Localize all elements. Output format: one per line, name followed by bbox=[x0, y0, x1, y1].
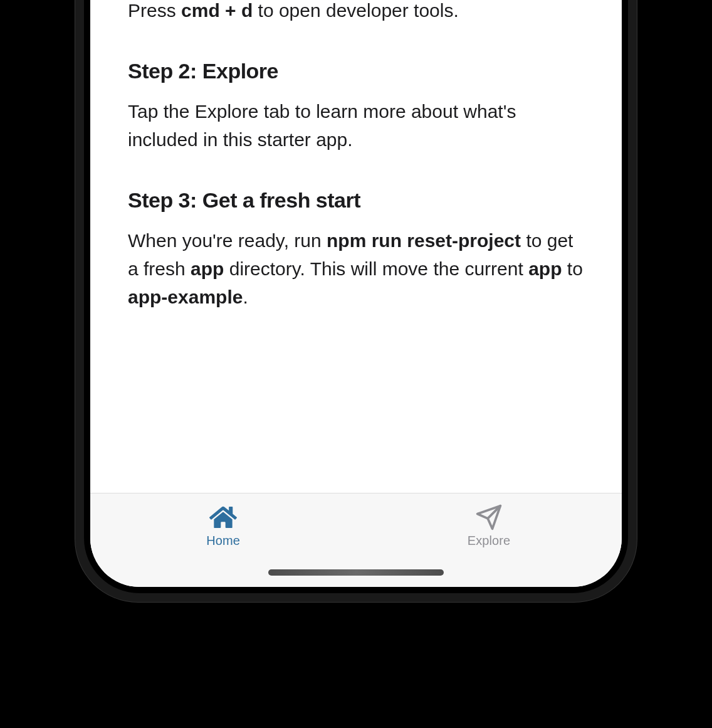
step1-body-prefix: Press bbox=[128, 0, 181, 21]
content-area[interactable]: Press cmd + d to open developer tools. S… bbox=[90, 0, 622, 493]
step3-bold3: app bbox=[528, 258, 562, 279]
tab-home-label: Home bbox=[206, 534, 240, 548]
step3-bold4: app-example bbox=[128, 287, 243, 307]
tab-home[interactable]: Home bbox=[90, 500, 356, 552]
step2-heading: Step 2: Explore bbox=[128, 59, 584, 83]
step3-bold1: npm run reset-project bbox=[327, 230, 521, 251]
step3-seg1: When you're ready, run bbox=[128, 230, 327, 251]
step3-body: When you're ready, run npm run reset-pro… bbox=[128, 226, 584, 311]
step3-bold2: app bbox=[191, 258, 224, 279]
tab-explore-label: Explore bbox=[468, 534, 511, 548]
step3-seg5: . bbox=[243, 287, 248, 307]
step2-body: Tap the Explore tab to learn more about … bbox=[128, 97, 584, 154]
home-indicator[interactable] bbox=[268, 569, 444, 576]
device-frame: Press cmd + d to open developer tools. S… bbox=[75, 0, 637, 602]
paper-plane-icon bbox=[474, 504, 503, 531]
home-icon bbox=[209, 504, 238, 531]
step3-heading: Step 3: Get a fresh start bbox=[128, 188, 584, 213]
screen: Press cmd + d to open developer tools. S… bbox=[90, 0, 622, 587]
step1-body-bold: cmd + d bbox=[181, 0, 253, 21]
tab-explore[interactable]: Explore bbox=[356, 500, 622, 552]
step1-body: Press cmd + d to open developer tools. bbox=[128, 0, 584, 24]
step1-body-suffix: to open developer tools. bbox=[253, 0, 459, 21]
device-bezel: Press cmd + d to open developer tools. S… bbox=[84, 0, 628, 593]
tab-bar: Home Explore bbox=[90, 493, 622, 587]
step3-seg3: directory. This will move the current bbox=[224, 258, 528, 279]
step3-seg4: to bbox=[562, 258, 582, 279]
